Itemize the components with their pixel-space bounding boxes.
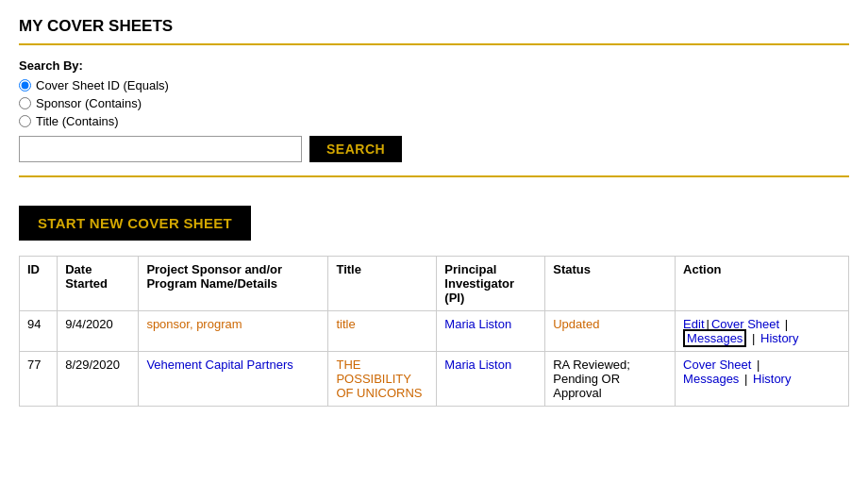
sponsor-link[interactable]: Vehement Capital Partners xyxy=(146,358,292,372)
messages-link[interactable]: Messages xyxy=(687,331,743,345)
row-pi: Maria Liston xyxy=(437,311,545,352)
row-actions: Cover Sheet | Messages | History xyxy=(676,352,849,407)
status-badge: RA Reviewed; Pending OR Approval xyxy=(553,358,630,400)
radio-title-label: Title (Contains) xyxy=(36,114,119,128)
col-header-sponsor: Project Sponsor and/or Program Name/Deta… xyxy=(139,257,328,311)
cover-sheet-link[interactable]: Cover Sheet xyxy=(683,358,751,372)
row-id: 77 xyxy=(20,352,58,407)
pi-link[interactable]: Maria Liston xyxy=(444,358,511,372)
table-row: 77 8/29/2020 Vehement Capital Partners T… xyxy=(20,352,849,407)
search-section: Search By: Cover Sheet ID (Equals) Spons… xyxy=(19,58,849,177)
col-header-id: ID xyxy=(20,257,58,311)
title-link[interactable]: THE POSSIBILITY OF UNICORNS xyxy=(336,358,422,400)
radio-sponsor-label: Sponsor (Contains) xyxy=(36,96,142,110)
row-id: 94 xyxy=(20,311,58,352)
row-date: 9/4/2020 xyxy=(58,311,139,352)
row-date: 8/29/2020 xyxy=(58,352,139,407)
radio-option-sponsor[interactable]: Sponsor (Contains) xyxy=(19,96,849,110)
search-input[interactable] xyxy=(19,136,302,162)
table-row: 94 9/4/2020 sponsor, program title Maria… xyxy=(20,311,849,352)
row-sponsor: sponsor, program xyxy=(139,311,328,352)
row-actions: Edit|Cover Sheet | Messages | History xyxy=(676,311,849,352)
radio-sponsor[interactable] xyxy=(19,97,31,109)
radio-id-label: Cover Sheet ID (Equals) xyxy=(36,78,169,92)
col-header-date: Date Started xyxy=(58,257,139,311)
col-header-status: Status xyxy=(545,257,676,311)
search-row: SEARCH xyxy=(19,136,849,177)
page-title: MY COVER SHEETS xyxy=(19,17,849,45)
messages-link[interactable]: Messages xyxy=(683,372,739,386)
status-badge: Updated xyxy=(553,317,599,331)
row-status: RA Reviewed; Pending OR Approval xyxy=(545,352,676,407)
col-header-action: Action xyxy=(676,257,849,311)
radio-option-title[interactable]: Title (Contains) xyxy=(19,114,849,128)
pi-link[interactable]: Maria Liston xyxy=(444,317,511,331)
radio-id[interactable] xyxy=(19,79,31,92)
row-title: title xyxy=(328,311,437,352)
new-cover-sheet-button[interactable]: START NEW COVER SHEET xyxy=(19,206,251,241)
row-pi: Maria Liston xyxy=(437,352,545,407)
search-label: Search By: xyxy=(19,58,849,73)
row-sponsor: Vehement Capital Partners xyxy=(139,352,328,407)
sponsor-link[interactable]: sponsor, program xyxy=(146,317,242,331)
title-link[interactable]: title xyxy=(336,317,355,331)
cover-sheets-table: ID Date Started Project Sponsor and/or P… xyxy=(19,256,849,407)
history-link[interactable]: History xyxy=(753,372,791,386)
col-header-title: Title xyxy=(328,257,437,311)
radio-title[interactable] xyxy=(19,115,31,127)
col-header-pi: Principal Investigator (PI) xyxy=(437,257,545,311)
row-title: THE POSSIBILITY OF UNICORNS xyxy=(328,352,437,407)
search-button[interactable]: SEARCH xyxy=(309,136,402,162)
radio-group: Cover Sheet ID (Equals) Sponsor (Contain… xyxy=(19,78,849,128)
radio-option-id[interactable]: Cover Sheet ID (Equals) xyxy=(19,78,849,92)
history-link[interactable]: History xyxy=(760,331,798,345)
row-status: Updated xyxy=(545,311,676,352)
